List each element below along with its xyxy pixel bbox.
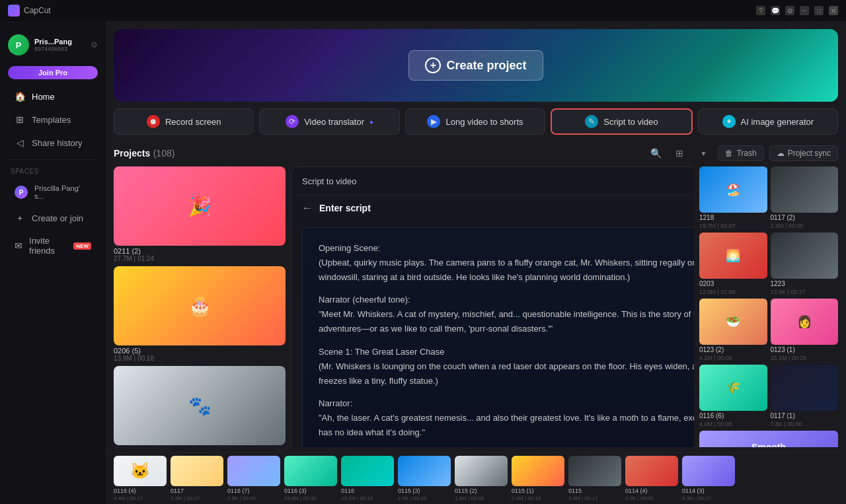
r-card-1218[interactable]: 🏖️ 1218 19.7M | 01:07 [699, 166, 767, 229]
project-info-0124: 0124 (1) 4.2M | 00:13 [114, 447, 286, 447]
record-screen-button[interactable]: ⏺ Record screen [114, 108, 254, 135]
script-to-video-button[interactable]: ✎ Script to video [551, 108, 692, 135]
b-card-0116-3[interactable]: 0116 (3) 23.8M | 00:33 [284, 456, 337, 501]
b-thumb-0115 [568, 456, 621, 486]
modal-header: ← Enter script [291, 196, 694, 221]
settings-btn[interactable]: ⚙ [785, 6, 794, 15]
share-history-icon: ◁ [15, 137, 25, 148]
r-name-1223: 1223 [771, 280, 839, 287]
hero-banner[interactable]: + Create project [114, 29, 838, 102]
b-meta-0115-3: 2.6K | 00:10 [398, 495, 451, 501]
shorts-label: Long video to shorts [445, 117, 523, 127]
b-card-0116-4[interactable]: 🐱 0116 (4) 4.4M | 00:17 [114, 456, 167, 501]
project-card-0206[interactable]: 🎂 0206 (5) 13.9M | 00:18 [114, 266, 286, 362]
r-thumb-smooth: Smooth [699, 431, 838, 447]
r-card-0203[interactable]: 🌅 0203 12.5M | 01:06 [699, 233, 767, 295]
chat-btn[interactable]: 💬 [771, 6, 780, 15]
b-card-0115[interactable]: 0115 3.9M | 00:11 [568, 456, 621, 501]
b-card-0117[interactable]: 0117 3.2M | 00:07 [171, 456, 223, 501]
b-card-0114-4[interactable]: 0114 (4) 2.5K | 00:09 [625, 456, 678, 501]
r-card-0117-2[interactable]: 0117 (2) 2.8M | 00:05 [771, 166, 839, 229]
b-card-0116[interactable]: 0116 12.1M | 00:13 [341, 456, 394, 501]
project-card-0124[interactable]: 🐾 0124 (1) 4.2M | 00:13 [114, 366, 286, 447]
projects-area: 🎉 0211 (2) 27.7M | 01:24 🎂 0206 (5) 13.9… [106, 166, 846, 452]
r-name-0203: 0203 [699, 280, 767, 287]
help-btn[interactable]: ? [756, 6, 765, 15]
b-meta-0116: 12.1M | 00:13 [341, 495, 394, 501]
user-section: P Pris...Pang 8974496663 ⚙ [0, 29, 106, 66]
modal-titlebar: Script to video − □ ✕ [291, 167, 694, 196]
sidebar-invite-label: Invite friends [29, 236, 65, 256]
project-name-0124: 0124 (1) [114, 447, 286, 447]
b-meta-0115: 3.9M | 00:11 [568, 495, 621, 501]
r-card-1223[interactable]: 1223 13.9K | 00:27 [771, 233, 839, 295]
b-card-0115-1[interactable]: 0115 (1) 2.6M | 00:10 [512, 456, 564, 501]
sidebar-item-invite[interactable]: ✉ Invite friends NEW [4, 230, 102, 262]
sidebar-nav: 🏠 Home ⊞ Templates ◁ Share history Space… [0, 85, 106, 496]
b-name-0115-1: 0115 (1) [512, 487, 564, 494]
r-name-1218: 1218 [699, 214, 767, 221]
shorts-icon: ▶ [427, 115, 440, 128]
r-meta-0116-6: 4.0M | 00:05 [699, 421, 767, 427]
b-thumb-0117 [171, 456, 223, 486]
script-to-video-modal: Script to video − □ ✕ ← Enter script [291, 166, 694, 447]
r-name-0123-1: 0123 (1) [771, 346, 839, 353]
trash-button[interactable]: 🗑 Trash [718, 145, 763, 161]
create-icon: + [15, 213, 25, 223]
project-info-0211: 0211 (2) 27.7M | 01:24 [114, 247, 286, 262]
close-btn[interactable]: ✕ [829, 6, 838, 15]
b-card-0114-3[interactable]: 0114 (3) 8.3M | 00:27 [682, 456, 735, 501]
maximize-btn[interactable]: □ [814, 6, 824, 15]
b-name-0115-2: 0115 (2) [455, 487, 508, 494]
create-project-button[interactable]: + Create project [408, 50, 543, 81]
record-icon: ⏺ [147, 115, 160, 128]
join-pro-button[interactable]: Join Pro [8, 66, 98, 79]
r-name-0116-6: 0116 (6) [699, 412, 767, 419]
b-card-0115-3[interactable]: 0115 (3) 2.6K | 00:10 [398, 456, 451, 501]
ai-image-generator-button[interactable]: ✦ AI image generator [698, 108, 838, 135]
project-sync-button[interactable]: ☁ Project sync [769, 145, 838, 161]
trash-label: Trash [736, 149, 756, 158]
video-translator-button[interactable]: ⟳ Video translator ● [259, 108, 399, 135]
b-meta-0115-1: 2.6M | 00:10 [512, 495, 564, 501]
b-meta-0116-4: 4.4M | 00:17 [114, 495, 167, 501]
sidebar-item-home[interactable]: 🏠 Home [4, 85, 102, 108]
sidebar-item-share-history[interactable]: ◁ Share history [4, 131, 102, 154]
grid-toggle-btn[interactable]: ⊞ [670, 144, 689, 162]
r-card-0116-6[interactable]: 🌾 0116 (6) 4.0M | 00:05 [699, 365, 767, 427]
user-settings-icon[interactable]: ⚙ [91, 40, 98, 50]
back-arrow-btn[interactable]: ← [302, 202, 313, 214]
b-name-0117: 0117 [171, 487, 223, 494]
user-id: 8974496663 [34, 46, 85, 52]
sidebar-item-templates[interactable]: ⊞ Templates [4, 108, 102, 131]
r-card-0123-2[interactable]: 🥗 0123 (2) 4.2M | 00:08 [699, 299, 767, 361]
search-btn[interactable]: 🔍 [646, 144, 665, 162]
b-name-0116-3: 0116 (3) [284, 487, 337, 494]
app-logo [8, 5, 20, 17]
b-card-0116-7[interactable]: 0116 (7) 2.6K | 00:05 [227, 456, 280, 501]
sidebar-item-space[interactable]: P Priscilla Pang' s... [4, 178, 102, 206]
dropdown-btn[interactable]: ▼ [694, 144, 712, 162]
r-thumb-0117-1 [771, 365, 839, 411]
b-thumb-0115-2 [455, 456, 508, 486]
sidebar: P Pris...Pang 8974496663 ⚙ Join Pro 🏠 Ho… [0, 21, 106, 504]
modal-title: Script to video [302, 176, 356, 186]
r-name-0123-2: 0123 (2) [699, 346, 767, 353]
b-thumb-0115-3 [398, 456, 451, 486]
r-card-0117-1[interactable]: 0117 (1) 7.8K | 00:00 [771, 365, 839, 427]
script-text-box[interactable]: Opening Scene: (Upbeat, quirky music pla… [302, 227, 694, 447]
project-card-0211[interactable]: 🎉 0211 (2) 27.7M | 01:24 [114, 166, 286, 262]
b-meta-0115-2: 1.8M | 00:06 [455, 495, 508, 501]
b-card-0115-2[interactable]: 0115 (2) 1.8M | 00:06 [455, 456, 508, 501]
long-video-shorts-button[interactable]: ▶ Long video to shorts [405, 108, 545, 135]
b-meta-0116-3: 23.8M | 00:33 [284, 495, 337, 501]
r-meta-1218: 19.7M | 01:07 [699, 223, 767, 229]
b-name-0116: 0116 [341, 487, 394, 494]
minimize-btn[interactable]: − [800, 6, 809, 15]
r-card-smooth[interactable]: Smooth [699, 431, 838, 447]
r-name-0117-2: 0117 (2) [771, 214, 839, 221]
project-thumb-0206: 🎂 [114, 266, 286, 345]
trash-icon: 🗑 [725, 149, 733, 158]
r-card-0123-1[interactable]: 👩 0123 (1) 15.1M | 00:26 [771, 299, 839, 361]
sidebar-item-create-join[interactable]: + Create or join [4, 207, 102, 229]
